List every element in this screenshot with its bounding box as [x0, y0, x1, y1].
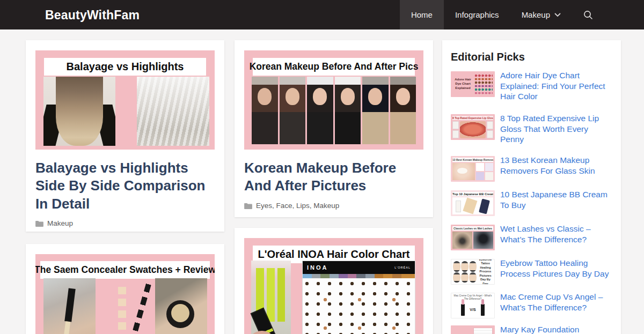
chart-header: INOA L'ORÉAL: [303, 261, 415, 274]
post-title[interactable]: Korean Makeup Before And After Pictures: [244, 159, 425, 195]
photo-strip: [335, 77, 361, 144]
nav-label: Makeup: [522, 10, 550, 19]
lipstick-photo: [461, 304, 465, 316]
post-link[interactable]: Mary Kay Foundation: [500, 324, 579, 334]
post-card-balayage: Balayage vs Highlights Balayage vs Highl…: [26, 40, 224, 232]
thumbnail-caption: 13 Best Korean Makeup Removers: [452, 158, 493, 162]
header: BeautyWithFam Home Infographics Makeup: [0, 0, 644, 29]
post-card-inoa-chart: L'Oréal INOA Hair Color Chart INOA L'ORÉ…: [235, 228, 433, 334]
thumbnail-caption: Mac Creme Cup Vs Angel - What's The Diff…: [452, 294, 493, 301]
editorial-pick-item: Eyebrow Tattoo Healing Process Pictures …: [451, 259, 613, 285]
post-thumbnail[interactable]: Eyebrow Tattoo Healing Process Pictures …: [451, 259, 495, 285]
editorial-pick-item: Top 10 Japanese BB Cream 10 Best Japanes…: [451, 190, 613, 216]
chevron-down-icon: [554, 13, 561, 17]
sidebar-editorial-picks: Editorial Picks Adore Hair Dye Chart Exp…: [442, 40, 621, 334]
classic-lash-photo: [452, 232, 472, 249]
makeup-remover-collage: [452, 163, 493, 180]
post-image-saem-concealer[interactable]: The Saem Concealer Swatches + Review: [35, 254, 215, 334]
post-thumbnail[interactable]: Mac Creme Cup Vs Angel - What's The Diff…: [451, 293, 495, 318]
post-image-korean-makeup[interactable]: Korean Makeup Before And After Pics: [244, 50, 423, 150]
post-thumbnail[interactable]: Now Mary: [451, 325, 495, 334]
page: BeautyWithFam Home Infographics Makeup: [0, 0, 644, 334]
thumbnail-caption: Top 10 Japanese BB Cream: [452, 192, 493, 196]
chart-swatch-grid: [303, 278, 415, 334]
photo-strip: [252, 77, 278, 144]
arm-swatches-photo: [99, 278, 151, 334]
post-categories: Makeup: [35, 219, 73, 227]
folder-icon: [244, 203, 252, 209]
image-banner: Balayage vs Highlights: [44, 58, 206, 76]
editorial-pick-item: Adore Hair Dye Chart Explained Adore Hai…: [451, 71, 613, 102]
post-image-balayage[interactable]: Balayage vs Highlights: [35, 50, 215, 150]
lipstick-vs-collage: V/S: [452, 301, 493, 317]
chart-color-bar: [303, 274, 415, 278]
folder-icon: [35, 220, 43, 227]
balayage-photo: [43, 77, 115, 146]
bb-cream-collage: [452, 197, 493, 214]
search-button[interactable]: [572, 0, 604, 29]
post-link[interactable]: 10 Best Japanese BB Cream To Buy: [500, 189, 613, 210]
thumbnail-caption: Classic Lashes vs Wet Lashes: [452, 226, 493, 231]
wet-lash-photo: [473, 232, 493, 249]
post-link[interactable]: Wet Lashes vs Classic – What’s The Diffe…: [500, 224, 613, 244]
inoa-product-photo: [251, 261, 291, 334]
vs-label: V/S: [470, 308, 475, 316]
post-thumbnail[interactable]: 13 Best Korean Makeup Removers: [451, 156, 495, 182]
thumbnail-caption: Eyebrow Tattoo Healing Process Pictures …: [478, 261, 493, 283]
post-card-saem-concealer: The Saem Concealer Swatches + Review: [26, 244, 224, 334]
editorial-pick-item: 8 Top Rated Expensive Lip Gloss 8 Top Ra…: [451, 114, 613, 145]
post-link[interactable]: Adore Hair Dye Chart Explained: Find You…: [500, 70, 613, 102]
nav-label: Infographics: [455, 10, 499, 19]
image-banner: The Saem Concealer Swatches + Review: [40, 261, 210, 279]
search-icon: [583, 10, 593, 20]
editorial-pick-item: Now Mary Mary Kay Foundation: [451, 325, 613, 334]
lips-photo: [460, 121, 486, 138]
category-links[interactable]: Makeup: [47, 219, 73, 227]
site-logo[interactable]: BeautyWithFam: [45, 8, 140, 22]
inoa-brand-label: INOA: [307, 264, 328, 271]
thumbnail-caption: Adore Hair Dye Chart Explained: [453, 78, 473, 90]
post-link[interactable]: 13 Best Korean Makeup Removers For Glass…: [500, 155, 613, 176]
nav-item-makeup[interactable]: Makeup: [510, 0, 572, 29]
eyebrow-faces-grid: [453, 261, 477, 283]
photo-strip: [280, 77, 306, 144]
nav-item-home[interactable]: Home: [400, 0, 444, 29]
photo-strip: [307, 77, 333, 144]
post-image-inoa-chart[interactable]: L'Oréal INOA Hair Color Chart INOA L'ORÉ…: [244, 238, 423, 334]
photo-strip: [390, 77, 416, 144]
nav-label: Home: [411, 10, 433, 19]
editorial-pick-item: 13 Best Korean Makeup Removers 13 Best K…: [451, 156, 613, 182]
sidebar-heading: Editorial Picks: [451, 51, 525, 63]
face-photo: [452, 163, 475, 180]
highlights-photo: [137, 77, 209, 146]
post-card-korean-makeup: Korean Makeup Before And After Pics Kore…: [235, 40, 433, 217]
loreal-logo: L'ORÉAL: [394, 266, 411, 269]
dye-color-dots: [474, 74, 493, 94]
lip-gloss-collage: [452, 121, 493, 138]
post-thumbnail[interactable]: Classic Lashes vs Wet Lashes: [451, 225, 495, 250]
post-link[interactable]: 8 Top Rated Expensive Lip Gloss That Wor…: [500, 113, 613, 145]
compact-photo: [155, 278, 207, 334]
photo-strip: [362, 77, 389, 144]
main-nav: Home Infographics Makeup: [400, 0, 604, 29]
image-banner: Korean Makeup Before And After Pics: [253, 58, 415, 76]
post-link[interactable]: Eyebrow Tattoo Healing Process Pictures …: [500, 258, 613, 279]
lipstick-photo: [481, 304, 485, 316]
post-thumbnail[interactable]: Top 10 Japanese BB Cream: [451, 190, 495, 216]
post-thumbnail[interactable]: Adore Hair Dye Chart Explained: [451, 71, 495, 97]
foundation-chart: [473, 328, 493, 334]
editorial-pick-item: Mac Creme Cup Vs Angel - What's The Diff…: [451, 293, 613, 318]
editorial-pick-item: Classic Lashes vs Wet Lashes Wet Lashes …: [451, 225, 613, 250]
post-categories: Eyes, Face, Lips, Makeup: [244, 202, 339, 210]
post-link[interactable]: Mac Creme Cup Vs Angel – What’s The Diff…: [500, 292, 613, 313]
post-title[interactable]: Balayage vs Highlights Side By Side Comp…: [35, 159, 216, 213]
inoa-color-chart: INOA L'ORÉAL: [302, 261, 415, 334]
before-after-photos: [252, 77, 416, 144]
nav-item-infographics[interactable]: Infographics: [444, 0, 510, 29]
post-thumbnail[interactable]: 8 Top Rated Expensive Lip Gloss: [451, 114, 495, 140]
thumbnail-caption: 8 Top Rated Expensive Lip Gloss: [452, 116, 493, 120]
concealer-tube-photo: [43, 278, 96, 334]
category-links[interactable]: Eyes, Face, Lips, Makeup: [256, 202, 339, 210]
lashes-collage: [452, 232, 493, 249]
